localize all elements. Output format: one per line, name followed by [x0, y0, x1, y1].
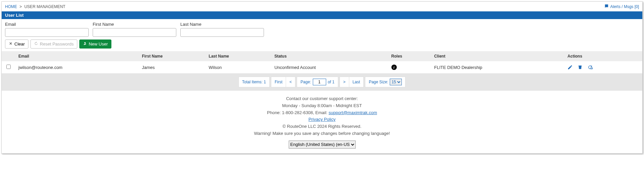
delete-icon[interactable]	[577, 65, 583, 70]
pager-page-input[interactable]	[313, 79, 326, 85]
new-user-button[interactable]: New User	[79, 39, 111, 49]
clear-label: Clear	[14, 41, 25, 47]
col-status[interactable]: Status	[271, 51, 388, 61]
footer-contact: Contact our customer support center:	[2, 95, 642, 102]
svg-rect-0	[591, 68, 593, 69]
footer-hours: Monday - Sunday 8:00am - Midnight EST	[2, 102, 642, 109]
filter-email-input[interactable]	[5, 28, 89, 37]
breadcrumb-home[interactable]: HOME	[5, 4, 17, 9]
footer-warning: Warning! Make sure you save any changes …	[2, 130, 642, 137]
filter-last-input[interactable]	[180, 28, 264, 37]
cell-first: James	[139, 61, 205, 73]
col-client[interactable]: Client	[431, 51, 564, 61]
pager-prev[interactable]: <	[286, 77, 295, 87]
cell-last: Wilson	[205, 61, 271, 73]
pager-size-select[interactable]: 15	[390, 79, 402, 85]
reset-passwords-button: Reset Passwords	[30, 39, 77, 49]
privacy-link[interactable]: Privacy Policy	[308, 117, 336, 122]
filter-first-label: First Name	[93, 22, 176, 27]
row-checkbox[interactable]	[6, 65, 11, 69]
alerts-icon	[604, 4, 609, 9]
language-select[interactable]: English (United States) (en-US)	[289, 141, 356, 149]
filter-first-input[interactable]	[93, 28, 176, 37]
resend-icon[interactable]	[587, 65, 593, 70]
alerts-link[interactable]: Alerts / Msgs [0]	[604, 4, 639, 9]
breadcrumb-current: USER MANAGEMENT	[24, 4, 66, 9]
cell-email: jwilson@routeone.com	[15, 61, 139, 73]
filter-last-label: Last Name	[180, 22, 264, 27]
footer-copyright: © RouteOne LLC 2024 Rights Reserved.	[2, 123, 642, 130]
table-row: jwilson@routeone.com James Wilson Unconf…	[2, 61, 642, 73]
refresh-icon	[34, 41, 38, 47]
cell-status: Unconfirmed Account	[271, 61, 388, 73]
pager-total: Total Items: 1	[239, 77, 270, 87]
pager-next[interactable]: >	[340, 77, 349, 87]
add-user-icon	[83, 41, 87, 47]
filter-email-label: Email	[5, 22, 89, 27]
user-table: Email First Name Last Name Status Roles …	[2, 51, 642, 73]
col-email[interactable]: Email	[15, 51, 139, 61]
col-first[interactable]: First Name	[139, 51, 205, 61]
reset-label: Reset Passwords	[40, 41, 74, 47]
footer-phone: Phone: 1-800-282-6308, Email: support@ma…	[2, 109, 642, 116]
pager-first[interactable]: First	[271, 77, 286, 87]
footer: Contact our customer support center: Mon…	[2, 91, 642, 153]
info-icon[interactable]: i	[391, 65, 397, 70]
col-roles[interactable]: Roles	[388, 51, 431, 61]
support-email-link[interactable]: support@maximtrak.com	[329, 110, 377, 115]
pager-page: Page: of 1	[297, 77, 338, 87]
alerts-label: Alerts / Msgs [0]	[610, 4, 639, 9]
breadcrumb-sep: >	[19, 4, 22, 9]
pager-last[interactable]: Last	[349, 77, 364, 87]
col-actions: Actions	[564, 51, 642, 61]
close-icon	[9, 41, 13, 47]
newuser-label: New User	[89, 41, 108, 47]
cell-roles: i	[388, 61, 431, 73]
col-last[interactable]: Last Name	[205, 51, 271, 61]
cell-client: FLITE DEMO Dealership	[431, 61, 564, 73]
pager-size: Page Size: 15	[365, 77, 405, 87]
breadcrumb: HOME > USER MANAGEMENT	[5, 4, 65, 9]
panel-title: User List	[2, 11, 642, 19]
pager: Total Items: 1 First < Page: of 1 > Last…	[239, 77, 406, 87]
edit-icon[interactable]	[567, 65, 573, 70]
clear-button[interactable]: Clear	[5, 39, 28, 49]
